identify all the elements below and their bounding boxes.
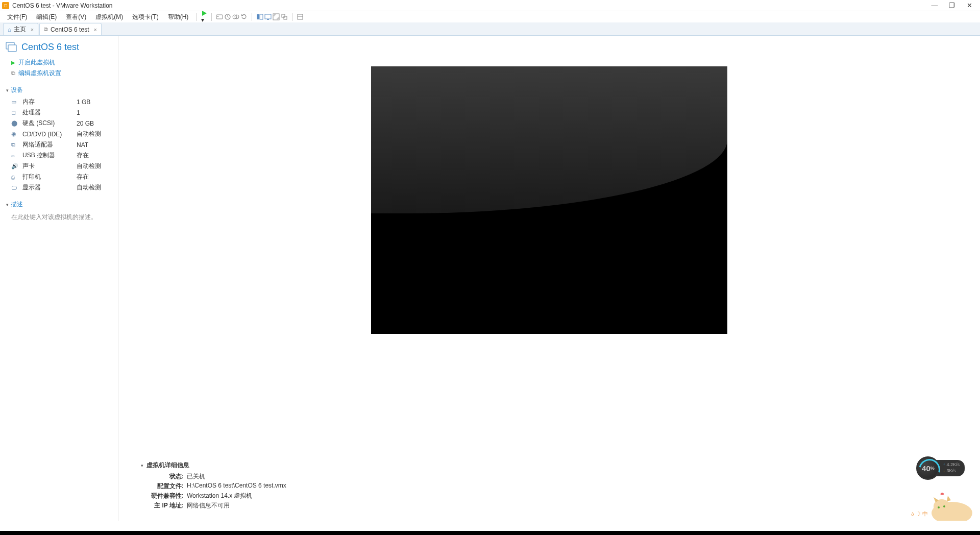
cpu-usage-circle: 40% bbox=[916, 456, 940, 480]
close-tab-icon[interactable]: × bbox=[93, 27, 96, 33]
device-cpu[interactable]: ◻ 处理器 1 bbox=[0, 107, 118, 118]
start-vm-label: 开启此虚拟机 bbox=[18, 58, 55, 67]
menu-file[interactable]: 文件(F) bbox=[3, 12, 31, 22]
view-console-button[interactable] bbox=[264, 13, 272, 20]
description-placeholder[interactable]: 在此处键入对该虚拟机的描述。 bbox=[0, 211, 118, 224]
close-button[interactable]: ✕ bbox=[966, 2, 973, 9]
svg-rect-7 bbox=[257, 14, 259, 19]
description-section-label: 描述 bbox=[11, 200, 23, 209]
device-memory[interactable]: ▭ 内存 1 GB bbox=[0, 96, 118, 107]
device-printer[interactable]: ⎙ 打印机 存在 bbox=[0, 172, 118, 182]
maximize-button[interactable]: ❐ bbox=[948, 2, 955, 9]
taskbar-edge bbox=[0, 531, 980, 535]
cpu-icon: ◻ bbox=[11, 109, 18, 116]
vm-large-icon bbox=[5, 41, 17, 53]
window-title: CentOS 6 test - VMware Workstation bbox=[12, 2, 113, 9]
svg-rect-17 bbox=[8, 45, 16, 52]
chevron-down-icon: ▾ bbox=[6, 202, 9, 207]
menu-view[interactable]: 查看(V) bbox=[62, 12, 90, 22]
separator bbox=[292, 13, 292, 21]
printer-icon: ⎙ bbox=[11, 174, 18, 180]
tab-vm[interactable]: ⧉ CentOS 6 test × bbox=[39, 23, 102, 35]
svg-marker-0 bbox=[202, 11, 207, 16]
svg-rect-12 bbox=[282, 14, 285, 17]
chevron-down-icon: ▾ bbox=[141, 463, 143, 468]
snapshot-manager-button[interactable] bbox=[232, 13, 239, 20]
sound-icon: 🔊 bbox=[11, 163, 18, 169]
device-network[interactable]: ⧉ 网络适配器 NAT bbox=[0, 139, 118, 150]
svg-rect-2 bbox=[217, 16, 218, 17]
vm-tab-icon: ⧉ bbox=[44, 26, 48, 33]
view-fullscreen-button[interactable] bbox=[273, 13, 280, 20]
device-cd[interactable]: ◉ CD/DVD (IDE) 自动检测 bbox=[0, 129, 118, 139]
menu-tabs[interactable]: 选项卡(T) bbox=[128, 12, 162, 22]
tab-vm-label: CentOS 6 test bbox=[51, 26, 89, 33]
vm-header: CentOS 6 test bbox=[0, 39, 118, 57]
view-unity-button[interactable] bbox=[281, 13, 288, 20]
menubar: 文件(F) 编辑(E) 查看(V) 虚拟机(M) 选项卡(T) 帮助(H) ▾ bbox=[0, 11, 980, 22]
network-icon: ⧉ bbox=[11, 141, 18, 148]
cd-icon: ◉ bbox=[11, 131, 18, 137]
gloss-overlay bbox=[371, 66, 727, 213]
system-monitor-widget[interactable]: 40% ↑ 4.2K/s ↓ 3K/s bbox=[916, 456, 965, 480]
menu-edit[interactable]: 编辑(E) bbox=[32, 12, 61, 22]
edit-vm-link[interactable]: ⧉ 编辑虚拟机设置 bbox=[0, 68, 118, 79]
description-section-header[interactable]: ▾ 描述 bbox=[0, 193, 118, 211]
menu-vm[interactable]: 虚拟机(M) bbox=[91, 12, 127, 22]
send-ctrl-alt-del-button[interactable] bbox=[216, 13, 223, 20]
library-button[interactable] bbox=[297, 13, 304, 20]
vm-preview-area bbox=[118, 36, 980, 458]
chevron-down-icon: ▾ bbox=[201, 16, 204, 23]
tab-home[interactable]: ⌂ 主页 × bbox=[3, 23, 38, 35]
device-disk[interactable]: ⬤ 硬盘 (SCSI) 20 GB bbox=[0, 118, 118, 129]
menu-help[interactable]: 帮助(H) bbox=[164, 12, 193, 22]
chevron-down-icon: ▾ bbox=[6, 88, 9, 93]
svg-rect-9 bbox=[265, 14, 271, 19]
display-icon: 🖵 bbox=[11, 185, 18, 191]
svg-rect-11 bbox=[273, 14, 279, 20]
svg-rect-1 bbox=[216, 15, 223, 19]
app-icon: □ bbox=[2, 2, 9, 9]
vm-details-title: 虚拟机详细信息 bbox=[146, 461, 189, 470]
vm-details-section: ▾ 虚拟机详细信息 状态: 已关机 配置文件: H:\CentOS 6 test… bbox=[118, 458, 980, 521]
tab-home-label: 主页 bbox=[14, 25, 26, 34]
sidebar: CentOS 6 test ▶ 开启此虚拟机 ⧉ 编辑虚拟机设置 ▾ 设备 ▭ … bbox=[0, 36, 118, 521]
separator bbox=[197, 13, 197, 21]
devices-section-label: 设备 bbox=[11, 86, 23, 94]
svg-rect-10 bbox=[267, 19, 269, 20]
svg-rect-13 bbox=[284, 16, 287, 19]
minimize-button[interactable]: — bbox=[931, 2, 938, 9]
detail-compat: 硬件兼容性: Workstation 14.x 虚拟机 bbox=[141, 491, 970, 501]
memory-icon: ▭ bbox=[11, 99, 18, 105]
edit-vm-label: 编辑虚拟机设置 bbox=[18, 69, 61, 78]
revert-snapshot-button[interactable] bbox=[240, 13, 248, 20]
tabbar: ⌂ 主页 × ⧉ CentOS 6 test × bbox=[0, 22, 980, 36]
window-titlebar: □ CentOS 6 test - VMware Workstation — ❐… bbox=[0, 0, 980, 11]
usb-icon: ⎓ bbox=[11, 153, 18, 159]
snapshot-button[interactable] bbox=[224, 13, 231, 20]
view-sidebar-button[interactable] bbox=[256, 13, 263, 20]
vm-title: CentOS 6 test bbox=[21, 42, 79, 53]
detail-config: 配置文件: H:\CentOS 6 test\CentOS 6 test.vmx bbox=[141, 481, 970, 491]
home-icon: ⌂ bbox=[8, 27, 11, 33]
edit-icon: ⧉ bbox=[11, 70, 15, 77]
devices-section-header[interactable]: ▾ 设备 bbox=[0, 79, 118, 96]
main-panel: ▾ 虚拟机详细信息 状态: 已关机 配置文件: H:\CentOS 6 test… bbox=[118, 36, 980, 521]
vm-details-header[interactable]: ▾ 虚拟机详细信息 bbox=[141, 461, 970, 470]
close-tab-icon[interactable]: × bbox=[31, 27, 34, 33]
play-icon: ▶ bbox=[11, 60, 15, 65]
vm-console-preview[interactable] bbox=[371, 66, 727, 334]
svg-rect-14 bbox=[298, 14, 303, 19]
separator bbox=[252, 13, 252, 21]
detail-ip: 主 IP 地址: 网络信息不可用 bbox=[141, 501, 970, 510]
disk-icon: ⬤ bbox=[11, 120, 18, 127]
device-usb[interactable]: ⎓ USB 控制器 存在 bbox=[0, 150, 118, 161]
svg-rect-8 bbox=[260, 14, 263, 19]
device-sound[interactable]: 🔊 声卡 自动检测 bbox=[0, 161, 118, 172]
device-display[interactable]: 🖵 显示器 自动检测 bbox=[0, 182, 118, 193]
power-on-button[interactable]: ▾ bbox=[201, 10, 207, 23]
start-vm-link[interactable]: ▶ 开启此虚拟机 bbox=[0, 57, 118, 68]
detail-state: 状态: 已关机 bbox=[141, 472, 970, 481]
separator bbox=[211, 13, 212, 21]
